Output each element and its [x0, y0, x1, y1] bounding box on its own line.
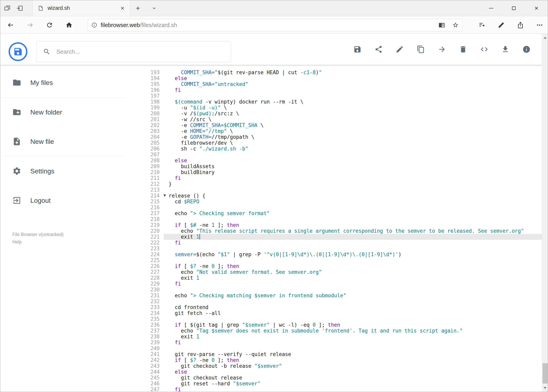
- code-line[interactable]: 236 if [ $(git tag | grep "$semver" | wc…: [129, 322, 542, 328]
- reading-view-button[interactable]: [439, 22, 445, 28]
- share-file-button[interactable]: [375, 45, 383, 53]
- home-button[interactable]: [66, 21, 73, 28]
- code-line[interactable]: 198 $(command -v winpty) docker run --rm…: [129, 99, 542, 105]
- code-line[interactable]: 220 echo "This release script requires a…: [129, 228, 542, 234]
- code-line[interactable]: 203 -e HOME="//tmp" \: [129, 128, 542, 134]
- code-line[interactable]: 195 COMMIT_SHA="untracked": [129, 81, 542, 87]
- code-line[interactable]: 247 fi: [129, 386, 542, 392]
- code-line[interactable]: 239 fi: [129, 340, 542, 345]
- browser-tab[interactable]: wizard.sh: [33, 0, 130, 16]
- help-link[interactable]: Help: [12, 238, 64, 246]
- sidebar-item-logout[interactable]: Logout: [0, 186, 129, 215]
- code-line[interactable]: 242 if [ $? -ne 0 ]; then: [129, 357, 542, 363]
- refresh-button[interactable]: [46, 21, 53, 28]
- tab-preview-chevron-button[interactable]: [151, 5, 157, 11]
- filebrowser-logo[interactable]: [9, 42, 28, 61]
- delete-button[interactable]: [459, 45, 467, 53]
- add-favorite-button[interactable]: [452, 22, 458, 28]
- code-line[interactable]: 209 buildAssets: [129, 163, 542, 169]
- search-box[interactable]: [36, 41, 231, 62]
- code-line[interactable]: 210 buildBinary: [129, 169, 542, 175]
- code-line[interactable]: 205 filebrowser/dev \: [129, 140, 542, 146]
- minimize-button[interactable]: [480, 0, 502, 16]
- scroll-down-arrow-icon[interactable]: [543, 387, 547, 389]
- site-info-icon[interactable]: [91, 22, 97, 28]
- fold-marker-icon[interactable]: [163, 195, 166, 196]
- code-line[interactable]: 217 echo "> Checking semver format": [129, 210, 542, 216]
- code-line[interactable]: 241 git rev-parse --verify --quiet relea…: [129, 351, 542, 357]
- code-line[interactable]: 212}: [129, 181, 542, 187]
- code-line[interactable]: 233 cd frontend: [129, 304, 542, 310]
- scrollbar-thumb[interactable]: [542, 363, 548, 384]
- code-line[interactable]: 213: [129, 187, 542, 193]
- code-line[interactable]: 202 -e COMMIT_SHA=$COMMIT_SHA \: [129, 122, 542, 128]
- settings-menu-button[interactable]: [536, 21, 543, 28]
- code-line[interactable]: 208 else: [129, 158, 542, 163]
- code-line[interactable]: 221 exit 1: [129, 234, 542, 240]
- code-line[interactable]: 206 sh -c "./wizard.sh -b": [129, 146, 542, 152]
- code-line[interactable]: 246 git reset --hard "$semver": [129, 381, 542, 386]
- code-line[interactable]: 193 COMMIT_SHA="$(git rev-parse HEAD | c…: [129, 70, 542, 75]
- new-tab-button[interactable]: [135, 5, 141, 11]
- code-line[interactable]: 240: [129, 345, 542, 351]
- download-button[interactable]: [501, 45, 509, 53]
- sidebar-item-new-folder[interactable]: New folder: [0, 98, 129, 127]
- rename-button[interactable]: [395, 45, 404, 53]
- back-button[interactable]: [7, 21, 14, 28]
- maximize-button[interactable]: [502, 0, 525, 16]
- code-line[interactable]: 238 exit 1: [129, 334, 542, 340]
- forward-button[interactable]: [26, 21, 34, 28]
- code-line[interactable]: 245 git checkout release: [129, 375, 542, 381]
- tab-preview-button[interactable]: [4, 5, 11, 12]
- code-line[interactable]: 218: [129, 216, 542, 222]
- code-line[interactable]: 225: [129, 257, 542, 263]
- code-line[interactable]: 222 fi: [129, 240, 542, 246]
- code-line[interactable]: 227 echo "Not valid semver format. See s…: [129, 269, 542, 275]
- code-line[interactable]: 197: [129, 93, 542, 99]
- code-line[interactable]: 194 else: [129, 75, 542, 81]
- code-line[interactable]: 229 fi: [129, 281, 542, 287]
- code-line[interactable]: 235: [129, 316, 542, 322]
- code-line[interactable]: 204 -e GOPATH=//tmp/gopath \: [129, 134, 542, 140]
- web-notes-button[interactable]: [498, 21, 505, 28]
- code-line[interactable]: 231 echo "> Checking matching $semver in…: [129, 293, 542, 298]
- sidebar-item-settings[interactable]: Settings: [0, 156, 129, 186]
- search-input[interactable]: [56, 48, 224, 55]
- code-line[interactable]: 201 -w //src \: [129, 116, 542, 122]
- code-line[interactable]: 228 exit 1: [129, 275, 542, 281]
- code-line[interactable]: 199 -u "$(id -u)" \: [129, 105, 542, 111]
- code-line[interactable]: 207: [129, 152, 542, 158]
- code-line[interactable]: 211 fi: [129, 175, 542, 181]
- tab-close-icon[interactable]: [120, 6, 125, 11]
- code-line[interactable]: 219 if [ $# -ne 1 ]; then: [129, 222, 542, 228]
- code-line[interactable]: 196 fi: [129, 87, 542, 93]
- code-line[interactable]: 237 echo "Tag $semver does not exist in …: [129, 328, 542, 334]
- code-line[interactable]: 230: [129, 287, 542, 293]
- vertical-scrollbar[interactable]: [542, 34, 548, 392]
- code-line[interactable]: 216: [129, 204, 542, 210]
- set-tabs-aside-button[interactable]: [16, 5, 23, 12]
- code-line[interactable]: 244 else: [129, 369, 542, 375]
- code-line[interactable]: 234 git fetch --all: [129, 310, 542, 316]
- close-button[interactable]: [525, 0, 548, 16]
- address-bar[interactable]: filebrowser.web/files/wizard.sh: [88, 19, 462, 31]
- move-button[interactable]: [438, 45, 446, 53]
- sidebar-item-new-file[interactable]: New file: [0, 127, 129, 156]
- code-line[interactable]: 200 -v /$(pwd):/src:z \: [129, 111, 542, 116]
- code-line[interactable]: 232: [129, 298, 542, 304]
- save-button[interactable]: [353, 45, 361, 53]
- code-line[interactable]: 214release () {: [129, 193, 542, 199]
- code-line[interactable]: 224 semver=$(echo "$1" | grep -P '^v(0|[…: [129, 252, 542, 257]
- code-editor[interactable]: 193 COMMIT_SHA="$(git rev-parse HEAD | c…: [129, 65, 542, 392]
- code-line[interactable]: 215 cd $REPO: [129, 199, 542, 204]
- info-button[interactable]: [522, 45, 531, 53]
- scroll-up-arrow-icon[interactable]: [543, 37, 547, 39]
- code-line[interactable]: 223: [129, 246, 542, 252]
- code-view-button[interactable]: [480, 45, 488, 53]
- url-text[interactable]: filebrowser.web/files/wizard.sh: [101, 22, 177, 28]
- code-line[interactable]: 226 if [ $? -ne 0 ]; then: [129, 263, 542, 269]
- share-button[interactable]: [517, 21, 524, 28]
- favorites-hub-button[interactable]: [479, 21, 486, 28]
- copy-button[interactable]: [417, 45, 425, 53]
- sidebar-item-my-files[interactable]: My files: [0, 68, 129, 97]
